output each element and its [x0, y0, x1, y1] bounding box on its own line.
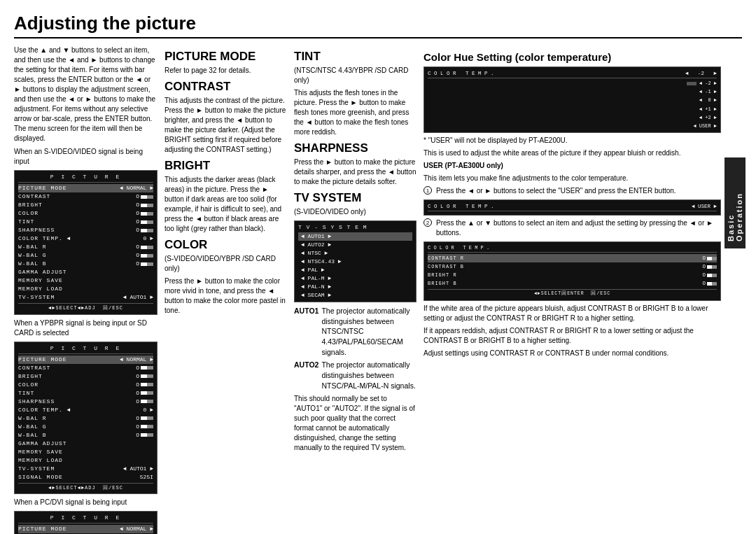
colortemp-osd1: C O L O R T E M P . ◄ -2 ► ◄ -2 ► ◄ -1 ►… — [424, 66, 721, 133]
sidebar-tab-container: Basic Operation — [728, 45, 742, 361]
white-bluish: If the white area of the picture appears… — [424, 304, 721, 323]
auto-list: AUTO1 The projector automatically distin… — [294, 306, 416, 391]
osd-row-tint: TINT O — [18, 218, 153, 226]
svideo-label: When an S-VIDEO/VIDEO signal is being in… — [14, 147, 158, 167]
col-right: Color Hue Setting (color temperature) C … — [424, 45, 742, 534]
ct-user-osd: C O L O R T E M P . CONTRAST R O CONTRAS… — [424, 241, 721, 301]
colortemp-osd2: C O L O R T E M P . ◄ USER ► — [424, 199, 721, 216]
tvsystem-heading: TV SYSTEM — [294, 191, 416, 205]
color-hue-heading: Color Hue Setting (color temperature) — [424, 51, 721, 63]
note-user: * "USER" will not be displayed by PT-AE2… — [424, 136, 721, 146]
step1: 1 Press the ◄ or ► buttons to select the… — [424, 186, 721, 196]
step2: 2 Press the ▲ or ▼ buttons to select an … — [424, 218, 721, 238]
osd-row-memload: MEMORY LOAD — [18, 285, 153, 293]
osd-row-wbalb: W-BAL B O — [18, 260, 153, 268]
osd-pc-title: P I C T U R E — [18, 514, 153, 524]
picture-mode-text: Refer to page 32 for details. — [164, 66, 287, 76]
osd-row-gamma: GAMMA ADJUST — [18, 268, 153, 276]
tint-heading: TINT — [294, 50, 416, 64]
col2: PICTURE MODE Refer to page 32 for detail… — [164, 45, 287, 534]
osd-row-mode: PICTURE MODE ◄ NORMAL ► — [18, 184, 153, 192]
bright-heading: BRIGHT — [164, 159, 287, 173]
main-content: Use the ▲ and ▼ buttons to select an ite… — [14, 45, 742, 534]
osd-svideo: P I C T U R E PICTURE MODE ◄ NORMAL ► CO… — [14, 170, 158, 315]
col1: Use the ▲ and ▼ buttons to select an ite… — [14, 45, 158, 534]
contrast-heading: CONTRAST — [164, 80, 287, 94]
osd-row-sharpness: SHARPNESS O — [18, 226, 153, 234]
osd-row-tvsys: TV-SYSTEM ◄ AUTO1 ► — [18, 293, 153, 302]
osd-ybpr-bottom: ◄►SELECT◄►ADJ 回/ESC — [18, 483, 153, 492]
osd-ybpr: P I C T U R E PICTURE MODE ◄ NORMAL ► CO… — [14, 342, 158, 495]
col3: TINT (NTSC/NTSC 4.43/YBPR /SD CARD only)… — [294, 45, 416, 534]
tvsystem-note: This should normally be set to "AUTO1" o… — [294, 394, 416, 453]
osd-row-colortemp: COLOR TEMP. ◄ 0 ► — [18, 234, 153, 243]
auto2-item: AUTO2 The projector automatically distin… — [294, 360, 416, 391]
sharpness-heading: SHARPNESS — [294, 141, 416, 155]
normal-note: Adjust settings using CONTRAST R or CONT… — [424, 349, 721, 358]
auto1-item: AUTO1 The projector automatically distin… — [294, 306, 416, 357]
osd-row-wbalr: W-BAL R O — [18, 243, 153, 251]
osd-row-contrast: CONTRAST O — [18, 192, 153, 201]
color-hue-col: Color Hue Setting (color temperature) C … — [424, 45, 721, 361]
osd-ybpr-title: P I C T U R E — [18, 344, 153, 354]
user-text: This item lets you make fine adjustments… — [424, 174, 721, 183]
tvsys-osd: T V - S Y S T E M ◄ AUTO1 ► ◄ AUTO2 ► ◄ … — [294, 220, 416, 302]
color-text: Press the ► button to make the color mor… — [164, 276, 287, 316]
ybpr-label: When a YPBPR signal is being input or SD… — [14, 318, 158, 338]
white-reddish: If it appears reddish, adjust CONTRAST R… — [424, 326, 721, 346]
osd-row-bright: BRIGHT O — [18, 201, 153, 209]
sidebar-tab: Basic Operation — [724, 157, 746, 248]
page: Adjusting the picture Use the ▲ and ▼ bu… — [0, 0, 756, 534]
osd-bottom: ◄►SELECT◄►ADJ 回/ESC — [18, 303, 153, 312]
tint-text: This adjusts the flesh tones in the pict… — [294, 88, 416, 137]
color-subtext: (S-VIDEO/VIDEO/YBPR /SD CARD only) — [164, 254, 287, 274]
picture-mode-heading: PICTURE MODE — [164, 50, 287, 64]
osd-pc: P I C T U R E PICTURE MODE◄ NORMAL ► CON… — [14, 511, 158, 534]
osd-row-memsave: MEMORY SAVE — [18, 276, 153, 285]
sharpness-text: Press the ► button to make the picture d… — [294, 157, 416, 187]
pc-label: When a PC/DVI signal is being input — [14, 498, 158, 507]
bright-text: This adjusts the darker areas (black are… — [164, 175, 287, 234]
page-title: Adjusting the picture — [14, 13, 742, 38]
osd-row-color: COLOR O — [18, 209, 153, 218]
tvsystem-subtext: (S-VIDEO/VIDEO only) — [294, 207, 416, 217]
note-white: This is used to adjust the white areas o… — [424, 148, 721, 158]
tint-subtext: (NTSC/NTSC 4.43/YBPR /SD CARD only) — [294, 66, 416, 85]
color-heading: COLOR — [164, 238, 287, 252]
intro-text: Use the ▲ and ▼ buttons to select an ite… — [14, 45, 158, 143]
osd-ybpr-row-mode: PICTURE MODE ◄ NORMAL ► — [18, 356, 153, 364]
contrast-text: This adjusts the contrast of the picture… — [164, 96, 287, 155]
osd-row-wbalg: W-BAL G O — [18, 251, 153, 260]
osd-svideo-title: P I C T U R E — [18, 173, 153, 183]
right-columns: Color Hue Setting (color temperature) C … — [424, 45, 742, 361]
user-heading: USER (PT-AE300U only) — [424, 161, 721, 171]
